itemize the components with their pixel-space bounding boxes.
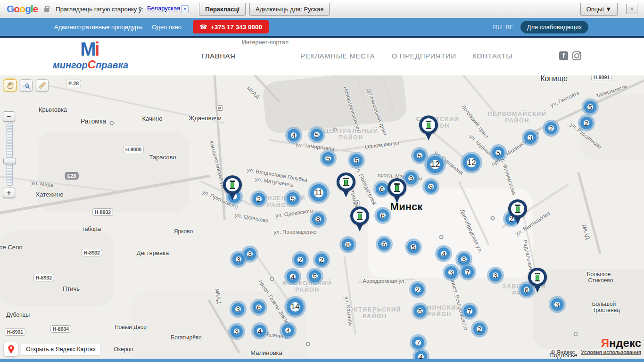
instagram-icon[interactable] bbox=[572, 51, 581, 60]
ruler-tool-button[interactable] bbox=[36, 79, 49, 91]
map-cluster[interactable]: 4 bbox=[288, 129, 300, 141]
map-pin-pillar[interactable] bbox=[336, 173, 356, 198]
map-cluster[interactable]: 6 bbox=[376, 183, 388, 195]
map-cluster[interactable]: 3 bbox=[232, 253, 245, 265]
place-label: Тарасово bbox=[149, 154, 176, 161]
cluster-count: 5 bbox=[418, 307, 422, 315]
map-cluster[interactable]: 5 bbox=[350, 154, 363, 166]
pan-tool-button[interactable] bbox=[4, 79, 17, 91]
map-cluster[interactable]: 5 bbox=[414, 305, 426, 317]
open-in-yandex-label: Открыть в Яндекс.Картах bbox=[21, 344, 100, 355]
cluster-count: 3 bbox=[462, 255, 466, 263]
zoom-out-button[interactable]: − bbox=[3, 111, 15, 122]
map-cluster[interactable]: 7 bbox=[463, 305, 476, 317]
map-cluster[interactable]: 2 bbox=[473, 323, 486, 335]
map-cluster[interactable]: 5 bbox=[584, 101, 596, 113]
chevron-down-icon[interactable]: ▼ bbox=[181, 5, 189, 13]
place-label: Большой bbox=[592, 301, 616, 307]
zoom-select-tool-button[interactable] bbox=[20, 79, 33, 91]
map-cluster[interactable]: 4 bbox=[438, 247, 450, 260]
map-cluster[interactable]: 5 bbox=[492, 147, 504, 159]
map-cluster[interactable]: 6 bbox=[378, 238, 390, 250]
translate-button[interactable]: Перакласці bbox=[199, 3, 246, 16]
map-cluster[interactable]: 6 bbox=[253, 301, 265, 313]
map-cluster[interactable]: 3 bbox=[489, 269, 502, 281]
map-pin-pillar[interactable] bbox=[387, 178, 407, 204]
options-button[interactable]: Опцыі ▼ bbox=[580, 3, 618, 16]
map-pin-pillar[interactable] bbox=[350, 206, 370, 232]
nav-link-admin-procedures[interactable]: Административные процедуры bbox=[54, 24, 142, 31]
street-label: ул. Пономаренко bbox=[273, 229, 316, 235]
map-cluster[interactable]: 12 bbox=[463, 154, 480, 171]
map-cluster[interactable]: 3 bbox=[524, 132, 537, 144]
place-label: Богатырёво bbox=[171, 334, 201, 341]
map-cluster[interactable]: 5 bbox=[322, 152, 334, 165]
phone-icon: ☎ bbox=[199, 23, 207, 31]
map-cluster[interactable]: 3 bbox=[244, 248, 256, 260]
map-cluster[interactable]: 8 bbox=[312, 213, 324, 225]
google-logo-letter: o bbox=[19, 3, 25, 14]
map-cluster[interactable]: 5 bbox=[413, 149, 426, 162]
pillar-icon bbox=[426, 121, 431, 129]
map-cluster[interactable]: 3 bbox=[458, 253, 470, 265]
zoom-in-button[interactable]: + bbox=[3, 188, 15, 198]
map-cluster[interactable]: 2 bbox=[580, 117, 593, 129]
map-cluster[interactable]: 12 bbox=[427, 156, 444, 173]
map-cluster[interactable]: 7 bbox=[412, 337, 424, 349]
pillar-icon bbox=[230, 181, 235, 189]
map-cluster[interactable]: 8 bbox=[342, 239, 354, 251]
map-pin-pillar[interactable] bbox=[223, 175, 242, 201]
map-cluster[interactable]: 3 bbox=[445, 266, 457, 279]
road-badge: Н-8932 bbox=[92, 208, 113, 216]
pin-head bbox=[419, 115, 438, 134]
lang-switch-ru[interactable]: RU bbox=[493, 24, 502, 31]
map-pin-pillar[interactable] bbox=[508, 199, 528, 225]
zoom-slider-handle[interactable] bbox=[3, 158, 16, 164]
cluster-count: 9 bbox=[409, 174, 413, 182]
map-cluster[interactable]: 7 bbox=[462, 266, 474, 278]
map-cluster[interactable]: 3 bbox=[551, 298, 563, 311]
map-cluster[interactable]: 9 bbox=[425, 181, 437, 193]
street-label: МКАД bbox=[246, 85, 261, 99]
terms-of-use-link[interactable]: Условия использования bbox=[581, 349, 641, 355]
facebook-icon[interactable]: f bbox=[559, 51, 568, 60]
map-cluster[interactable]: 3 bbox=[232, 303, 244, 315]
lang-switch-be[interactable]: BE bbox=[505, 24, 513, 31]
accessibility-button[interactable]: Для слабовидящих bbox=[520, 21, 588, 33]
menu-item-main[interactable]: ГЛАВНАЯ bbox=[201, 52, 235, 60]
map-cluster[interactable]: 3 bbox=[231, 325, 243, 337]
map-pin-pillar[interactable] bbox=[528, 268, 547, 293]
map-pin-pillar[interactable] bbox=[419, 115, 438, 141]
map-cluster[interactable]: 6 bbox=[377, 209, 389, 222]
place-label: Малиновка bbox=[250, 349, 282, 356]
map-cluster[interactable]: 5 bbox=[407, 241, 420, 253]
map-cluster[interactable]: 5 bbox=[287, 192, 299, 205]
map-cluster[interactable]: 2 bbox=[412, 283, 424, 296]
map-canvas[interactable]: Минск − + Открыть в Яндекс.Картах Яндекс… bbox=[0, 75, 644, 362]
map-cluster[interactable]: 14 bbox=[287, 298, 304, 315]
zoom-slider-track[interactable] bbox=[7, 123, 13, 186]
close-icon[interactable]: × bbox=[626, 4, 637, 14]
disable-translate-button[interactable]: Адключыць для: Руская bbox=[249, 3, 330, 16]
map-cluster[interactable]: 2 bbox=[315, 254, 328, 266]
map-cluster[interactable]: 4 bbox=[254, 325, 266, 337]
site-logo[interactable]: Mi мингорСправка bbox=[53, 38, 126, 70]
phone-button[interactable]: ☎ +375 17 343 0000 bbox=[193, 20, 269, 33]
map-cluster[interactable]: 2 bbox=[253, 193, 265, 205]
map-cluster[interactable]: 2 bbox=[294, 254, 306, 266]
map-cluster[interactable]: 11 bbox=[310, 184, 327, 201]
menu-item-contacts[interactable]: КОНТАКТЫ bbox=[472, 52, 512, 60]
yandex-logo[interactable]: Яндекс bbox=[551, 337, 641, 349]
map-cluster[interactable]: 4 bbox=[282, 324, 294, 337]
map-cluster[interactable]: 2 bbox=[545, 122, 557, 134]
map-toolbar bbox=[4, 79, 49, 91]
map-cluster[interactable]: 4 bbox=[287, 271, 299, 283]
language-link[interactable]: Беларуская bbox=[147, 5, 180, 12]
cluster-count: 2 bbox=[257, 195, 261, 203]
map-cluster[interactable]: 5 bbox=[311, 129, 323, 141]
nav-link-one-window[interactable]: Одно окно bbox=[152, 24, 182, 31]
menu-item-about[interactable]: О ПРЕДПРИЯТИИ bbox=[392, 52, 456, 60]
open-in-yandex-maps-button[interactable]: Открыть в Яндекс.Картах bbox=[4, 342, 100, 356]
menu-item-ad-places[interactable]: РЕКЛАМНЫЕ МЕСТА bbox=[300, 52, 375, 60]
map-cluster[interactable]: 5 bbox=[309, 270, 321, 282]
